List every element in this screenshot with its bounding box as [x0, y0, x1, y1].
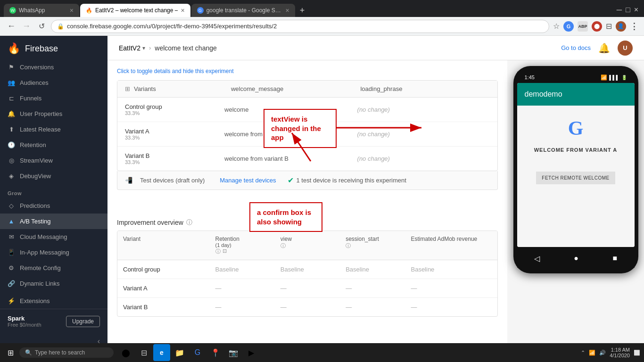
sidebar-item-funnels[interactable]: ⊏ Funnels: [0, 90, 107, 106]
sidebar-item-retention[interactable]: 🕐 Retention: [0, 137, 107, 153]
cloud-messaging-label: Cloud Messaging: [20, 233, 67, 240]
taskbar-hidden-icons[interactable]: ⌃: [581, 350, 585, 356]
project-selector[interactable]: EatItV2 ▾: [119, 44, 145, 52]
taskbar-camera[interactable]: 📷: [225, 344, 242, 361]
taskbar-play[interactable]: ▶: [243, 344, 260, 361]
notification-bell-icon[interactable]: 🔔: [598, 42, 610, 54]
debugview-icon: ◈: [8, 173, 15, 180]
lock-icon: 🔒: [57, 23, 64, 30]
sidebar-item-debugview[interactable]: ◈ DebugView: [0, 168, 107, 184]
phone-home-nav-icon[interactable]: ●: [574, 254, 578, 263]
google-favicon: G: [197, 7, 204, 14]
phone-app-bar: demodemo: [517, 83, 635, 106]
test-devices-label: Test devices (draft only): [140, 177, 205, 184]
tab-firebase-close[interactable]: ×: [181, 7, 184, 14]
menu-icon[interactable]: ⋮: [630, 21, 638, 32]
retention-label: Retention: [20, 141, 46, 148]
sidebar-item-cloud-messaging[interactable]: ✉ Cloud Messaging: [0, 229, 107, 245]
user-avatar[interactable]: 👤: [616, 21, 626, 32]
col-variant: Variant: [117, 231, 210, 260]
sidebar-item-latest-release[interactable]: ⬆ Latest Release: [0, 122, 107, 137]
close-button[interactable]: ×: [634, 6, 638, 14]
session-start-icons: ⓘ: [346, 242, 399, 249]
reload-button[interactable]: ↺: [36, 22, 47, 31]
extension-icon-g[interactable]: G: [563, 21, 574, 32]
streamview-label: StreamView: [20, 157, 53, 164]
imp-vb-name: Variant B: [117, 298, 210, 316]
extension-icon-red[interactable]: ⬤: [592, 21, 602, 32]
tab-firebase[interactable]: 🔥 EatItV2 – welcome text change – ×: [80, 4, 190, 17]
forward-button[interactable]: →: [21, 21, 32, 31]
address-text: console.firebase.google.com/u/0/project/…: [67, 23, 277, 30]
minimize-button[interactable]: ─: [617, 6, 622, 14]
sidebar-item-dynamic-links[interactable]: 🔗 Dynamic Links: [0, 276, 107, 291]
taskbar-network-icon[interactable]: 📶: [589, 350, 595, 356]
sidebar-collapse-button[interactable]: ‹: [0, 333, 107, 343]
bookmark-icon[interactable]: ☆: [553, 22, 560, 31]
improvement-info-icon[interactable]: ⓘ: [186, 218, 192, 227]
taskbar-office[interactable]: 📁: [171, 344, 188, 361]
session-start-label: session_start: [346, 236, 399, 242]
new-tab-button[interactable]: +: [296, 6, 309, 16]
extensions-icon: ⚡: [8, 297, 15, 304]
sidebar-item-user-properties[interactable]: 🔔 User Properties: [0, 106, 107, 122]
phone-back-nav-icon[interactable]: ◁: [534, 254, 540, 263]
plan-info: Spark Free $0/month: [8, 315, 41, 328]
col-session-start: session_start ⓘ: [340, 231, 405, 260]
clock-time: 1:18 AM: [610, 347, 630, 353]
sidebar-item-audiences[interactable]: 👥 Audiences: [0, 75, 107, 90]
control-group-pct: 33.3%: [125, 110, 224, 116]
extensions-label: Extensions: [20, 297, 50, 304]
phone-recents-nav-icon[interactable]: ■: [613, 254, 618, 263]
retention-filter-icon[interactable]: ⊡: [223, 248, 227, 255]
user-properties-label: User Properties: [20, 110, 62, 117]
extension-icon-abp[interactable]: ABP: [578, 21, 588, 32]
start-button[interactable]: ⊞: [4, 346, 17, 359]
go-to-docs-link[interactable]: Go to docs: [561, 44, 591, 51]
plan-price: Free $0/month: [8, 322, 41, 328]
sidebar-item-in-app-messaging[interactable]: 📱 In-App Messaging: [0, 245, 107, 260]
back-button[interactable]: ←: [6, 21, 17, 31]
show-desktop-button[interactable]: ⬜: [634, 350, 640, 356]
browser-action-icons: ☆ G ABP ⬤ ⊟ 👤 ⋮: [553, 21, 638, 32]
manage-test-devices-link[interactable]: Manage test devices: [220, 177, 276, 184]
col-estimated-admob: Estimated AdMob revenue: [405, 231, 497, 260]
maximize-button[interactable]: □: [626, 6, 630, 14]
tab-google-close[interactable]: ×: [285, 7, 289, 14]
variants-header-icon: ⊞: [125, 85, 130, 92]
retention-info-icon[interactable]: ⓘ: [215, 248, 221, 255]
session-info-icon[interactable]: ⓘ: [346, 242, 351, 249]
taskbar-task-view[interactable]: ⊟: [135, 344, 152, 361]
upgrade-button[interactable]: Upgrade: [66, 316, 100, 327]
annotation-confirm-box: a confirm box is also showing: [249, 202, 322, 232]
breadcrumb-separator: ›: [149, 44, 151, 51]
taskbar-cortana[interactable]: ⬤: [117, 344, 134, 361]
tab-google[interactable]: G google translate - Google Search ×: [191, 4, 295, 17]
sidebar-item-conversions[interactable]: ⚑ Conversions: [0, 59, 107, 75]
retention-icons: ⓘ ⊡: [215, 248, 269, 255]
taskbar-chrome[interactable]: G: [189, 344, 206, 361]
view-info-icon[interactable]: ⓘ: [281, 242, 286, 249]
phone-status-bar: 1:45 📶 ▌▌▌ 🔋: [517, 72, 635, 83]
taskbar: ⊞ 🔍 Type here to search ⬤ ⊟ e 📁 G 📍 📷 ▶ …: [0, 343, 644, 362]
taskbar-apps: ⬤ ⊟ e 📁 G 📍 📷 ▶: [117, 344, 260, 361]
fetch-remote-button[interactable]: FETCH REMOTE WELCOME: [536, 172, 615, 184]
sidebar-item-remote-config[interactable]: ⚙ Remote Config: [0, 260, 107, 276]
taskbar-maps[interactable]: 📍: [207, 344, 224, 361]
sidebar-item-extensions[interactable]: ⚡ Extensions: [0, 293, 107, 309]
sidebar-item-predictions[interactable]: ◇ Predictions: [0, 198, 107, 214]
address-bar[interactable]: 🔒 console.firebase.google.com/u/0/projec…: [51, 20, 549, 33]
user-profile-avatar[interactable]: U: [618, 41, 633, 56]
taskbar-edge[interactable]: e: [153, 344, 170, 361]
taskbar-right: ⌃ 📶 🔊 1:18 AM 4/1/2020 ⬜: [581, 347, 640, 358]
tab-whatsapp-close[interactable]: ×: [70, 7, 74, 14]
tab-whatsapp[interactable]: W WhatsApp ×: [4, 4, 79, 17]
taskbar-volume-icon[interactable]: 🔊: [599, 350, 606, 356]
sidebar-item-ab-testing[interactable]: ▲ A/B Testing: [0, 214, 107, 229]
ab-testing-icon: ▲: [8, 218, 15, 225]
sidebar-item-streamview[interactable]: ◎ StreamView: [0, 153, 107, 168]
signal-icon: ▌▌▌: [609, 75, 619, 80]
search-box[interactable]: 🔍 Type here to search: [19, 347, 114, 358]
firebase-logo-title: Firebase: [25, 44, 58, 54]
cast-icon[interactable]: ⊟: [606, 22, 612, 31]
